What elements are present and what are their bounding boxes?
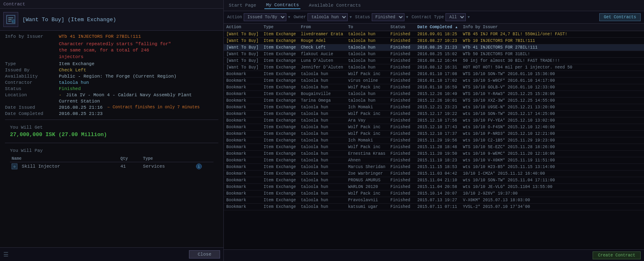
row-date: 2015.12.21 23:23 bbox=[415, 104, 460, 111]
col-info-btn bbox=[194, 156, 213, 162]
row-status: Finished bbox=[388, 197, 415, 204]
table-row[interactable]: Bookmark Item Exchange taloola hun Wolf … bbox=[224, 84, 644, 91]
table-row[interactable]: [Want To Buy] Item Exchange Jennifer D'A… bbox=[224, 64, 644, 71]
row-status: Finished bbox=[388, 204, 415, 210]
table-row[interactable]: Bookmark Item Exchange taloola hun PRONU… bbox=[224, 177, 644, 184]
table-row[interactable]: [Want To Buy] Item Exchange Luna D'Alute… bbox=[224, 58, 644, 64]
table-row[interactable]: Bookmark Item Exchange taloola hun Wolf … bbox=[224, 144, 644, 151]
contractor-value: taloola hun bbox=[59, 80, 89, 85]
col-header-info[interactable]: Info by Issuer bbox=[460, 24, 644, 31]
row-date: 2016.01.10 17:02 bbox=[415, 78, 460, 84]
table-row[interactable]: Bookmark Item Exchange taloola hun Ich M… bbox=[224, 104, 644, 111]
table-row[interactable]: Bookmark Item Exchange taloola hun katsu… bbox=[224, 204, 644, 210]
row-action: Bookmark bbox=[224, 91, 261, 98]
row-info: wts 10/10 O-F4SN* 2015.12.10 12:40:00 bbox=[460, 124, 644, 131]
row-info: WTS 10/10 SON-TW* 2016.01.10 15:36:00 bbox=[460, 71, 644, 78]
right-footer: Create Contract bbox=[224, 249, 644, 261]
table-row[interactable]: [Want To Buy] Item Exchange Rouge Adel t… bbox=[224, 38, 644, 44]
row-info: WTS 10/10 5E-EZC* 2015.11.28 18:26:00 bbox=[460, 144, 644, 151]
row-date: 2015.11.04 20:58 bbox=[415, 184, 460, 190]
tab-start-page[interactable]: Start Page bbox=[227, 2, 258, 9]
svg-text:✓: ✓ bbox=[12, 20, 14, 23]
row-info: wts 10/10 FV-YEA* 2015.12.10 13:02:00 bbox=[460, 117, 644, 124]
col-header-action[interactable]: Action bbox=[224, 24, 261, 31]
table-row[interactable]: Bookmark Item Exchange taloola hun Wolf … bbox=[224, 71, 644, 78]
contract-type-dropdown-icon: ▼ bbox=[467, 15, 470, 20]
row-action: Bookmark bbox=[224, 184, 261, 190]
location-row: Location · Jita IV - Moon 4 - Caldari Na… bbox=[5, 93, 218, 98]
item-info-button[interactable]: i bbox=[196, 163, 202, 169]
row-action: [Want To Buy] bbox=[224, 51, 261, 58]
close-button[interactable]: Close bbox=[189, 250, 220, 259]
tab-available-contracts[interactable]: Available Contracts bbox=[307, 2, 362, 9]
warning-text: Character repeatedly starts "falling for… bbox=[59, 41, 175, 60]
row-date: 2016.08.27 10:23 bbox=[415, 38, 460, 44]
row-info: wts 10/10 S-W8CF* 2016.01.10 14:17:00 bbox=[460, 78, 644, 84]
table-row[interactable]: Bookmark Item Exchange Bougainville talo… bbox=[224, 91, 644, 98]
row-type: Item Exchange bbox=[261, 197, 298, 204]
table-row[interactable]: [Want To Buy] Item Exchange Check Left t… bbox=[224, 44, 644, 51]
status-row: Status Finished bbox=[5, 86, 218, 91]
status-filter-select[interactable]: Finished bbox=[372, 13, 404, 21]
panel-header-title: Contract bbox=[3, 2, 25, 7]
contract-type-select[interactable]: All bbox=[445, 13, 466, 21]
owner-filter-select[interactable]: taloola hun bbox=[307, 13, 348, 21]
row-date: 2016.01.10 16:59 bbox=[415, 84, 460, 91]
action-filter-label: Action bbox=[227, 15, 242, 20]
row-type: Item Exchange bbox=[261, 78, 298, 84]
item-info-cell[interactable]: i bbox=[194, 162, 213, 171]
contracts-table-container[interactable]: Action Type From To Status bbox=[224, 24, 644, 249]
create-contract-button[interactable]: Create Contract bbox=[593, 251, 641, 259]
row-type: Item Exchange bbox=[261, 151, 298, 157]
row-status: Finished bbox=[388, 117, 415, 124]
row-from: taloola hun bbox=[298, 190, 346, 197]
row-status: Finished bbox=[388, 131, 415, 137]
table-row[interactable]: [Want To Buy] Item Exchange flakout Auci… bbox=[224, 51, 644, 58]
row-status: Finished bbox=[388, 171, 415, 177]
col-qty: Qty bbox=[119, 156, 142, 162]
row-from: taloola hun bbox=[298, 184, 346, 190]
status-dropdown-icon: ▼ bbox=[406, 15, 408, 20]
table-row[interactable]: Bookmark Item Exchange taloola hun Zoe W… bbox=[224, 171, 644, 177]
table-row[interactable]: Bookmark Item Exchange taloola hun Wolf … bbox=[224, 131, 644, 137]
contract-panel: Contract ✓ [Want To Buy] (Item Exchange)… bbox=[0, 0, 224, 261]
table-row[interactable]: [Want To Buy] Item Exchange livedreamer … bbox=[224, 31, 644, 38]
tab-my-contracts[interactable]: My Contracts bbox=[264, 2, 300, 9]
col-header-type[interactable]: Type bbox=[261, 24, 298, 31]
row-action: [Want To Buy] bbox=[224, 58, 261, 64]
col-header-status[interactable]: Status bbox=[388, 24, 415, 31]
row-date: 2015.07.11 07:11 bbox=[415, 204, 460, 210]
row-to: taloola hun bbox=[346, 31, 388, 38]
row-status: Finished bbox=[388, 38, 415, 44]
table-row[interactable]: Bookmark Item Exchange Tarina Omega talo… bbox=[224, 98, 644, 104]
action-filter-select[interactable]: Issued To/By bbox=[244, 13, 286, 21]
table-row[interactable]: Bookmark Item Exchange taloola hun Ich M… bbox=[224, 137, 644, 144]
table-row[interactable]: Bookmark Item Exchange taloola hun Wolf … bbox=[224, 124, 644, 131]
col-header-date[interactable]: Date Completed ▲ bbox=[415, 24, 460, 31]
table-row[interactable]: Bookmark Item Exchange taloola hun WARLO… bbox=[224, 184, 644, 190]
row-from: taloola hun bbox=[298, 111, 346, 117]
row-type: Item Exchange bbox=[261, 64, 298, 71]
col-header-from[interactable]: From bbox=[298, 24, 346, 31]
table-row[interactable]: Bookmark Item Exchange taloola hun Wolf … bbox=[224, 111, 644, 117]
filters-bar: Action Issued To/By ▼ Owner taloola hun … bbox=[224, 11, 644, 24]
row-status: Finished bbox=[388, 91, 415, 98]
table-row[interactable]: Bookmark Item Exchange taloola hun Marcu… bbox=[224, 164, 644, 171]
get-contracts-button[interactable]: Get Contracts bbox=[599, 13, 641, 21]
table-row[interactable]: Bookmark Item Exchange taloola hun Ernes… bbox=[224, 151, 644, 157]
row-type: Item Exchange bbox=[261, 51, 298, 58]
table-row[interactable]: Bookmark Item Exchange taloola hun Ahnen… bbox=[224, 157, 644, 164]
date-completed-value: 2016.08.25 21:23 bbox=[59, 111, 103, 116]
bottom-bar: ☰ Close bbox=[0, 247, 223, 261]
warning-row: Character repeatedly starts "falling for… bbox=[5, 40, 218, 60]
table-row[interactable]: Bookmark Item Exchange taloola hun Pravo… bbox=[224, 197, 644, 204]
row-date: 2015.11.03 04:42 bbox=[415, 171, 460, 177]
bottom-icons: ☰ bbox=[3, 251, 9, 258]
col-header-to[interactable]: To bbox=[346, 24, 388, 31]
table-row[interactable]: Bookmark Item Exchange taloola hun virus… bbox=[224, 78, 644, 84]
table-row[interactable]: Bookmark Item Exchange taloola hun Wolf … bbox=[224, 190, 644, 197]
row-date: 2016.08.25 21:23 bbox=[415, 44, 460, 51]
row-type: Item Exchange bbox=[261, 157, 298, 164]
table-row[interactable]: Bookmark Item Exchange taloola hun Ara V… bbox=[224, 117, 644, 124]
row-to: WARLON 20120 bbox=[346, 184, 388, 190]
